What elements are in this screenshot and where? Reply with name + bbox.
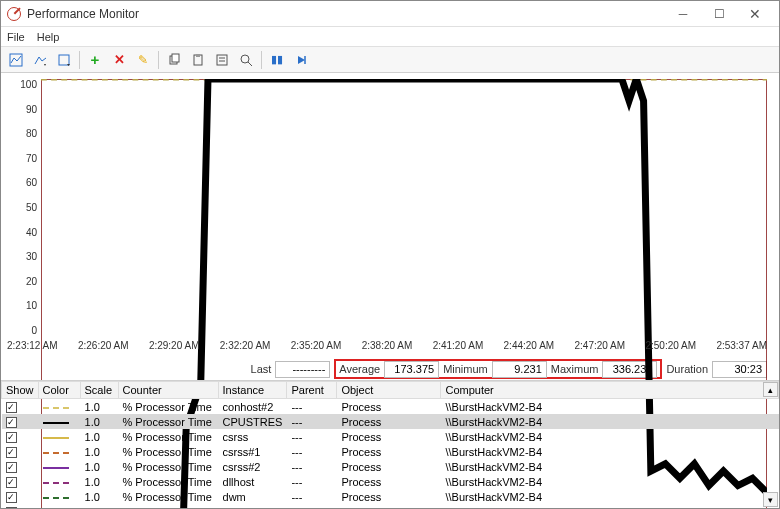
show-checkbox[interactable]: ✓ <box>6 492 17 503</box>
col-instance[interactable]: Instance <box>218 382 287 399</box>
show-checkbox[interactable]: ✓ <box>6 477 17 488</box>
col-computer[interactable]: Computer <box>441 382 779 399</box>
delete-counter-button[interactable]: ✕ <box>108 49 130 71</box>
svg-rect-5 <box>196 54 200 57</box>
color-swatch <box>43 467 69 469</box>
update-button[interactable] <box>290 49 312 71</box>
col-object[interactable]: Object <box>337 382 441 399</box>
properties-button[interactable] <box>211 49 233 71</box>
y-tick: 60 <box>7 177 37 188</box>
show-checkbox[interactable]: ✓ <box>6 417 17 428</box>
x-tick: 2:32:20 AM <box>220 340 271 356</box>
x-axis: 2:23:12 AM2:26:20 AM2:29:20 AM2:32:20 AM… <box>7 340 767 356</box>
properties-dropdown[interactable] <box>53 49 75 71</box>
col-parent[interactable]: Parent <box>287 382 337 399</box>
freeze-button[interactable]: ▮▮ <box>266 49 288 71</box>
table-header-row: Show Color Scale Counter Instance Parent… <box>2 382 779 399</box>
close-button[interactable]: ✕ <box>737 2 773 26</box>
cell-parent: --- <box>287 489 337 504</box>
cell-instance: csrss#2 <box>218 459 287 474</box>
x-tick: 2:41:20 AM <box>433 340 484 356</box>
cell-instance: CPUSTRES <box>218 414 287 429</box>
table-row[interactable]: ✓1.0% Processor Timecsrss#2---Process\\B… <box>2 459 779 474</box>
cell-counter: % Processor Time <box>118 474 218 489</box>
cell-instance: conhost#2 <box>218 399 287 415</box>
paste-button[interactable] <box>187 49 209 71</box>
cell-counter: % Processor Time <box>118 444 218 459</box>
y-tick: 10 <box>7 300 37 311</box>
color-swatch <box>43 497 69 499</box>
cell-scale: 1.0 <box>80 399 118 415</box>
counter-table-wrap: ▴ ▾ Show Color Scale Counter Instance Pa… <box>1 380 779 508</box>
view-graph-button[interactable] <box>5 49 27 71</box>
x-tick: 2:53:37 AM <box>716 340 767 356</box>
col-scale[interactable]: Scale <box>80 382 118 399</box>
cell-object: Process <box>337 474 441 489</box>
show-checkbox[interactable]: ✓ <box>6 507 17 508</box>
highlight-button[interactable]: ✎ <box>132 49 154 71</box>
cell-object: Process <box>337 429 441 444</box>
cell-instance: csrss#1 <box>218 444 287 459</box>
cell-computer: \\BurstHackVM2-B4 <box>441 489 779 504</box>
svg-point-9 <box>241 55 249 63</box>
x-tick: 2:50:20 AM <box>645 340 696 356</box>
cell-scale: 1.0 <box>80 444 118 459</box>
table-row[interactable]: ✓1.0% Processor TimeCPUSTRES---Process\\… <box>2 414 779 429</box>
maximize-button[interactable]: ☐ <box>701 2 737 26</box>
menubar: File Help <box>1 27 779 47</box>
cell-object: Process <box>337 399 441 415</box>
cell-instance: dwm#1 <box>218 504 287 508</box>
app-icon <box>7 7 21 21</box>
show-checkbox[interactable]: ✓ <box>6 462 17 473</box>
x-icon: ✕ <box>114 52 125 67</box>
cell-counter: % Processor Time <box>118 429 218 444</box>
cell-scale: 1.0 <box>80 459 118 474</box>
scroll-up-button[interactable]: ▴ <box>763 382 778 397</box>
x-tick: 2:29:20 AM <box>149 340 200 356</box>
minimize-button[interactable]: ─ <box>665 2 701 26</box>
color-swatch <box>43 452 69 454</box>
table-row[interactable]: ✓1.0% Processor Timecsrss#1---Process\\B… <box>2 444 779 459</box>
y-tick: 0 <box>7 325 37 336</box>
show-checkbox[interactable]: ✓ <box>6 447 17 458</box>
y-tick: 90 <box>7 104 37 115</box>
plus-icon: + <box>91 51 100 68</box>
col-color[interactable]: Color <box>38 382 80 399</box>
cell-parent: --- <box>287 459 337 474</box>
cell-parent: --- <box>287 474 337 489</box>
cell-computer: \\BurstHackVM2-B4 <box>441 474 779 489</box>
zoom-button[interactable] <box>235 49 257 71</box>
table-row[interactable]: ✓1.0% Processor Timedwm#1---Process\\Bur… <box>2 504 779 508</box>
view-type-dropdown[interactable] <box>29 49 51 71</box>
cell-computer: \\BurstHackVM2-B4 <box>441 414 779 429</box>
color-swatch <box>43 437 69 439</box>
copy-button[interactable] <box>163 49 185 71</box>
titlebar: Performance Monitor ─ ☐ ✕ <box>1 1 779 27</box>
cell-counter: % Processor Time <box>118 414 218 429</box>
highlighter-icon: ✎ <box>138 53 148 67</box>
scroll-down-button[interactable]: ▾ <box>763 492 778 507</box>
x-tick: 2:35:20 AM <box>291 340 342 356</box>
cell-scale: 1.0 <box>80 414 118 429</box>
cell-computer: \\BurstHackVM2-B4 <box>441 399 779 415</box>
cell-counter: % Processor Time <box>118 504 218 508</box>
col-show[interactable]: Show <box>2 382 39 399</box>
table-row[interactable]: ✓1.0% Processor Timeconhost#2---Process\… <box>2 399 779 415</box>
cell-computer: \\BurstHackVM2-B4 <box>441 444 779 459</box>
add-counter-button[interactable]: + <box>84 49 106 71</box>
cell-instance: csrss <box>218 429 287 444</box>
y-tick: 20 <box>7 276 37 287</box>
table-row[interactable]: ✓1.0% Processor Timedwm---Process\\Burst… <box>2 489 779 504</box>
col-counter[interactable]: Counter <box>118 382 218 399</box>
menu-help[interactable]: Help <box>37 31 60 43</box>
cell-counter: % Processor Time <box>118 489 218 504</box>
color-swatch <box>43 482 69 484</box>
cell-parent: --- <box>287 429 337 444</box>
cell-parent: --- <box>287 399 337 415</box>
show-checkbox[interactable]: ✓ <box>6 402 17 413</box>
show-checkbox[interactable]: ✓ <box>6 432 17 443</box>
menu-file[interactable]: File <box>7 31 25 43</box>
svg-rect-1 <box>59 55 69 65</box>
table-row[interactable]: ✓1.0% Processor Timecsrss---Process\\Bur… <box>2 429 779 444</box>
table-row[interactable]: ✓1.0% Processor Timedllhost---Process\\B… <box>2 474 779 489</box>
